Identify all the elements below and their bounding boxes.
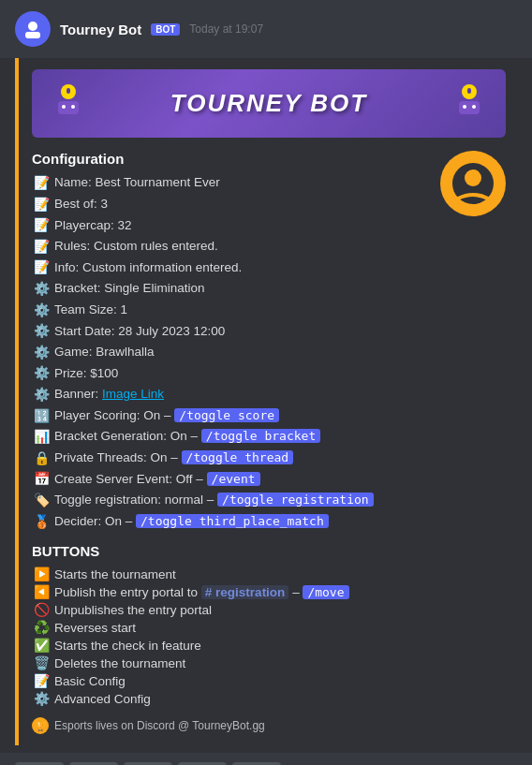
config-decider: 🥉 Decider: On – /toggle third_place_matc…	[32, 513, 429, 532]
toggle-thread-cmd[interactable]: /toggle thread	[182, 450, 294, 464]
svg-point-14	[465, 169, 481, 186]
config-list: Configuration 📝 Name: Best Tournament Ev…	[32, 151, 429, 534]
svg-rect-8	[459, 101, 480, 114]
config-section: Configuration 📝 Name: Best Tournament Ev…	[32, 151, 506, 534]
config-game-icon: ⚙️	[32, 344, 51, 362]
buttons-section: BUTTONS ▶️ Starts the tournament ◀️ Publ…	[32, 543, 506, 706]
config-bracket-icon: ⚙️	[32, 280, 51, 299]
config-private-threads: 🔒 Private Threads: On – /toggle thread	[32, 449, 429, 468]
config-bestof-icon: 📝	[32, 196, 51, 214]
bottom-actions: ▶ ◀ ♻ ✓ 🗑 📝 ⚙ ↗ Upgrade ↗ View Bracket ↗	[0, 753, 532, 765]
config-bestof: 📝 Best of: 3	[32, 196, 429, 214]
config-banner: ⚙️ Banner: Image Link	[32, 386, 429, 405]
svg-point-9	[463, 105, 466, 109]
move-cmd[interactable]: /move	[303, 585, 348, 599]
config-startdate-icon: ⚙️	[32, 322, 51, 341]
config-name-icon: 📝	[32, 174, 51, 193]
svg-rect-6	[66, 88, 70, 94]
config-bracket-gen: 📊 Bracket Generation: On – /toggle brack…	[32, 428, 429, 447]
svg-rect-3	[58, 101, 79, 114]
config-server-event: 📅 Create Server Event: Off – /event	[32, 470, 429, 489]
footer-icon: 🏆	[32, 717, 49, 734]
buttons-title: BUTTONS	[32, 543, 506, 559]
config-playercap-icon: 📝	[32, 216, 51, 235]
svg-point-0	[28, 22, 37, 31]
config-banner-icon: ⚙️	[32, 386, 51, 405]
btn-unpublish: 🚫 Unpublishes the entry portal	[32, 602, 506, 617]
banner-right-icon	[451, 82, 487, 125]
btn-delete: 🗑️ Deletes the tournament	[32, 655, 506, 670]
btn-publish-portal: ◀️ Publish the entry portal to # registr…	[32, 584, 506, 599]
btn-reverse-start: ♻️ Reverses start	[32, 620, 506, 635]
svg-rect-1	[25, 32, 40, 38]
event-cmd[interactable]: /event	[207, 472, 260, 486]
btn-basic-config: 📝 Basic Config	[32, 673, 506, 688]
toggle-bracket-cmd[interactable]: /toggle bracket	[201, 429, 320, 443]
svg-point-4	[62, 105, 66, 109]
embed-footer: 🏆 Esports lives on Discord @ TourneyBot.…	[32, 717, 506, 734]
registration-channel[interactable]: # registration	[201, 585, 289, 599]
toggle-score-cmd[interactable]: /toggle score	[174, 408, 279, 422]
btn-advanced-config: ⚙️ Advanced Config	[32, 691, 506, 706]
svg-point-5	[71, 105, 75, 109]
svg-rect-11	[467, 88, 471, 94]
bot-badge: BOT	[151, 23, 180, 36]
config-rules: 📝 Rules: Custom rules entered.	[32, 238, 429, 257]
config-info: 📝 Info: Custom information entered.	[32, 258, 429, 277]
config-title: Configuration	[32, 151, 429, 167]
config-thumbnail	[440, 151, 506, 216]
message-timestamp: Today at 19:07	[189, 22, 263, 36]
config-teamsize-icon: ⚙️	[32, 302, 51, 320]
svg-point-10	[472, 105, 476, 109]
thumbnail-logo	[445, 155, 501, 212]
image-link[interactable]: Image Link	[102, 387, 164, 401]
btn-check-in: ✅ Starts the check in feature	[32, 638, 506, 653]
config-bracket: ⚙️ Bracket: Single Elimination	[32, 280, 429, 299]
config-teamsize: ⚙️ Team Size: 1	[32, 302, 429, 320]
config-startdate: ⚙️ Start Date: 28 July 2023 12:00	[32, 322, 429, 341]
config-rules-icon: 📝	[32, 238, 51, 257]
chat-header: Tourney Bot BOT Today at 19:07	[0, 0, 532, 58]
config-info-icon: 📝	[32, 258, 51, 277]
config-game: ⚙️ Game: Brawlhalla	[32, 344, 429, 362]
toggle-third-place-cmd[interactable]: /toggle third_place_match	[136, 514, 329, 528]
banner-title: TOURNEY BOT	[170, 89, 367, 118]
footer-text: Esports lives on Discord @ TourneyBot.gg	[54, 719, 265, 732]
banner: TOURNEY BOT	[32, 69, 506, 138]
config-name: 📝 Name: Best Tournament Ever	[32, 174, 429, 193]
embed-container: TOURNEY BOT Configuration 📝 Name: Best T…	[15, 58, 517, 745]
bot-avatar	[15, 11, 51, 47]
btn-start-tournament: ▶️ Starts the tournament	[32, 566, 506, 581]
config-prize-icon: ⚙️	[32, 364, 51, 383]
config-player-scoring: 🔢 Player Scoring: On – /toggle score	[32, 407, 429, 426]
bot-name: Tourney Bot	[60, 22, 141, 37]
config-toggle-reg: 🏷️ Toggle registration: normal – /toggle…	[32, 492, 429, 510]
banner-left-icon	[51, 82, 86, 125]
config-playercap: 📝 Playercap: 32	[32, 216, 429, 235]
config-prize: ⚙️ Prize: $100	[32, 364, 429, 383]
toggle-registration-cmd[interactable]: /toggle registration	[217, 493, 374, 507]
